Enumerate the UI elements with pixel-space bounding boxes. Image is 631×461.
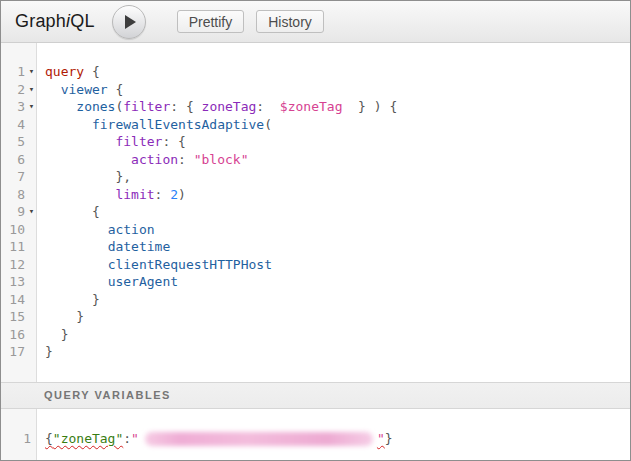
code-token: "block" — [194, 152, 249, 167]
query-variables-header[interactable]: QUERY VARIABLES — [1, 382, 630, 409]
code-text: action: "block" — [38, 151, 249, 169]
code-token — [45, 152, 131, 167]
line-number: 3 — [1, 98, 25, 116]
fold-gutter-spacer — [25, 151, 38, 169]
code-line[interactable]: 10 action — [1, 221, 630, 239]
fold-gutter-spacer — [25, 133, 38, 151]
redacted-zone-tag-value — [145, 432, 373, 446]
line-number: 1 — [1, 63, 25, 81]
code-line[interactable]: 12 clientRequestHTTPHost — [1, 256, 630, 274]
code-line[interactable]: 2▾ viewer { — [1, 81, 630, 99]
code-token: action — [131, 152, 178, 167]
code-line[interactable]: 3▾ zones(filter: { zoneTag: $zoneTag } )… — [1, 98, 630, 116]
code-line[interactable]: 11 datetime — [1, 238, 630, 256]
code-token: $zoneTag — [280, 99, 343, 114]
fold-gutter-spacer — [25, 186, 38, 204]
code-token: datetime — [108, 239, 171, 254]
code-line[interactable]: 5 filter: { — [1, 133, 630, 151]
code-line[interactable]: 1▾query { — [1, 63, 630, 81]
code-token: "zoneTag" — [53, 431, 123, 446]
code-token — [45, 82, 61, 97]
code-text: action — [38, 221, 155, 239]
fold-gutter-spacer — [25, 273, 38, 291]
query-variables-editor[interactable]: 1{"zoneTag":""} — [1, 409, 630, 460]
line-number: 6 — [1, 151, 25, 169]
fold-arrow-icon[interactable]: ▾ — [25, 81, 38, 99]
code-token — [45, 134, 115, 149]
code-token: { — [84, 64, 100, 79]
fold-gutter-spacer — [25, 291, 38, 309]
code-token: filter — [115, 134, 162, 149]
code-line[interactable]: 16 } — [1, 326, 630, 344]
code-line[interactable]: 17} — [1, 343, 630, 361]
code-token: } — [92, 292, 100, 307]
code-token: ( — [264, 117, 272, 132]
history-button[interactable]: History — [256, 10, 324, 33]
code-token: : — [178, 152, 194, 167]
code-token: " — [377, 431, 385, 446]
code-token — [45, 274, 108, 289]
line-number: 17 — [1, 343, 25, 361]
code-text: }, — [38, 168, 131, 186]
line-number: 4 — [1, 116, 25, 134]
code-token: : { — [162, 134, 185, 149]
code-token: } — [61, 327, 69, 342]
line-number: 16 — [1, 326, 25, 344]
fold-gutter-spacer — [25, 221, 38, 239]
line-number: 10 — [1, 221, 25, 239]
code-line[interactable]: 9▾ { — [1, 203, 630, 221]
code-line[interactable]: 7 }, — [1, 168, 630, 186]
fold-arrow-icon[interactable]: ▾ — [25, 203, 38, 221]
code-token: action — [108, 222, 155, 237]
code-text: { — [38, 203, 100, 221]
code-text: userAgent — [38, 273, 178, 291]
code-token — [45, 204, 92, 219]
code-line[interactable]: 6 action: "block" — [1, 151, 630, 169]
code-line[interactable]: 4 firewallEventsAdaptive( — [1, 116, 630, 134]
code-token — [45, 239, 108, 254]
line-number: 15 — [1, 308, 25, 326]
code-line[interactable]: 14 } — [1, 291, 630, 309]
code-token — [45, 117, 92, 132]
query-editor[interactable]: 1▾query {2▾ viewer {3▾ zones(filter: { z… — [1, 43, 630, 382]
query-editor-lines: 1▾query {2▾ viewer {3▾ zones(filter: { z… — [1, 43, 630, 361]
code-token — [45, 222, 108, 237]
line-number: 5 — [1, 133, 25, 151]
line-number: 14 — [1, 291, 25, 309]
code-token — [45, 292, 92, 307]
fold-arrow-icon[interactable]: ▾ — [25, 63, 38, 81]
fold-gutter-spacer — [25, 168, 38, 186]
gutter-spacer — [31, 430, 38, 448]
code-token: query — [45, 64, 84, 79]
logo-text: Graph — [15, 11, 66, 31]
code-line[interactable]: 8 limit: 2) — [1, 186, 630, 204]
line-number: 13 — [1, 273, 25, 291]
code-text: firewallEventsAdaptive( — [38, 116, 272, 134]
code-token: limit — [115, 187, 154, 202]
code-token — [45, 327, 61, 342]
code-line[interactable]: 13 userAgent — [1, 273, 630, 291]
code-text: limit: 2) — [38, 186, 186, 204]
code-line[interactable]: 15 } — [1, 308, 630, 326]
fold-arrow-icon[interactable]: ▾ — [25, 98, 38, 116]
variables-line[interactable]: 1{"zoneTag":""} — [1, 430, 630, 448]
fold-gutter-spacer — [25, 256, 38, 274]
code-token: : — [155, 187, 171, 202]
code-token: 2 — [170, 187, 178, 202]
code-token: clientRequestHTTPHost — [108, 257, 272, 272]
fold-gutter-spacer — [25, 116, 38, 134]
code-token: } — [385, 431, 393, 446]
prettify-button[interactable]: Prettify — [177, 10, 245, 33]
code-text: } — [38, 291, 100, 309]
code-text: } — [38, 343, 53, 361]
line-number: 12 — [1, 256, 25, 274]
line-number: 9 — [1, 203, 25, 221]
fold-gutter-spacer — [25, 326, 38, 344]
play-icon — [125, 15, 136, 29]
execute-query-button[interactable] — [112, 5, 146, 39]
code-token — [45, 169, 115, 184]
code-token: " — [131, 431, 139, 446]
code-text: } — [38, 326, 68, 344]
line-number: 2 — [1, 81, 25, 99]
line-number: 1 — [1, 430, 31, 448]
